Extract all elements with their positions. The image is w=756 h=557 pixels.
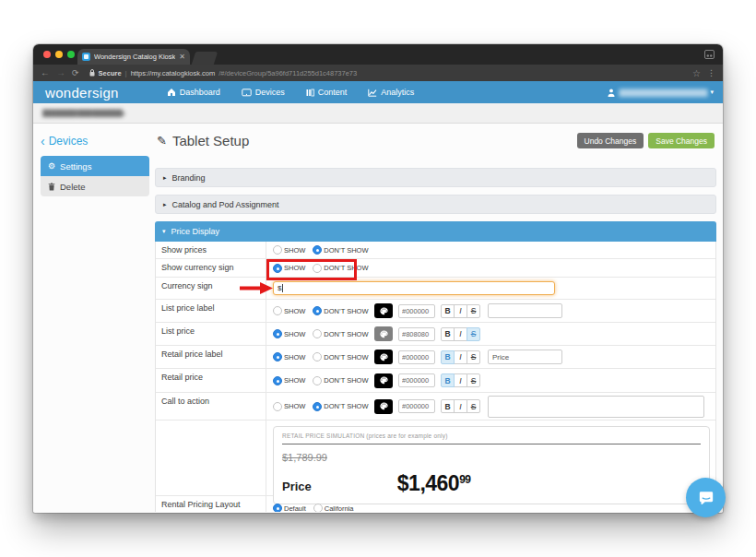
accordion-branding[interactable]: ▸ Branding	[155, 168, 716, 187]
radio-option-dont-show[interactable]: DON’T SHOW	[313, 245, 368, 255]
bold-button[interactable]: B	[441, 304, 455, 318]
simulation-retail-price: $1,46099	[397, 471, 471, 496]
color-swatch-button[interactable]	[374, 373, 393, 388]
secure-label: Secure	[99, 69, 122, 77]
main-menu: Dashboard Devices Content Analytics	[167, 88, 415, 97]
palette-icon	[379, 306, 389, 316]
radio-option-dont-show[interactable]: DON’T SHOW	[313, 352, 368, 361]
chat-launcher-button[interactable]	[686, 478, 726, 517]
italic-button[interactable]: I	[454, 304, 467, 318]
list-price-label-input[interactable]	[488, 303, 562, 318]
tab-close-icon[interactable]: ✕	[179, 53, 185, 61]
strike-button[interactable]: S	[467, 350, 480, 364]
accordion-price-display[interactable]: ▾ Price Display	[155, 221, 716, 242]
close-window-button[interactable]	[43, 51, 51, 58]
color-swatch-button[interactable]	[374, 350, 393, 364]
radio-icon[interactable]	[273, 504, 282, 512]
wondersign-logo[interactable]: wondersign	[45, 85, 119, 101]
radio-option-dont-show[interactable]: DON’T SHOW	[313, 402, 368, 411]
radio-icon[interactable]	[273, 402, 282, 411]
radio-icon[interactable]	[313, 402, 322, 411]
address-bar[interactable]: Secure | https://my.catalogkiosk.com /#/…	[89, 69, 686, 77]
radio-option-dont-show[interactable]: DON’T SHOW	[313, 376, 368, 385]
zoom-window-button[interactable]	[67, 51, 75, 58]
radio-icon[interactable]	[313, 329, 322, 338]
header-buttons: Undo Changes Save Changes	[577, 133, 715, 148]
color-swatch-button[interactable]	[374, 326, 393, 341]
nav-item-devices[interactable]: Devices	[242, 88, 285, 97]
strike-button[interactable]: S	[467, 327, 480, 341]
italic-button[interactable]: I	[454, 350, 467, 364]
radio-icon[interactable]	[273, 306, 282, 315]
radio-option-show[interactable]: SHOW	[273, 352, 305, 361]
save-changes-button[interactable]: Save Changes	[648, 133, 715, 148]
color-swatch-button[interactable]	[374, 399, 393, 414]
lock-icon	[89, 69, 95, 77]
radio-icon[interactable]	[273, 376, 282, 385]
hex-color-input[interactable]	[398, 373, 435, 387]
radio-icon[interactable]	[273, 329, 282, 338]
bold-button[interactable]: B	[441, 373, 455, 387]
strike-button[interactable]: S	[467, 373, 480, 387]
hex-color-input[interactable]	[398, 350, 435, 364]
italic-button[interactable]: I	[454, 327, 467, 341]
undo-changes-button[interactable]: Undo Changes	[577, 133, 644, 148]
hex-color-input[interactable]	[398, 304, 435, 318]
nav-item-analytics[interactable]: Analytics	[368, 88, 414, 97]
retail-price-label-input[interactable]	[488, 350, 562, 364]
currency-sign-input[interactable]: $	[273, 281, 555, 295]
radio-option-dont-show[interactable]: DON’T SHOW	[313, 329, 368, 338]
radio-icon[interactable]	[313, 306, 322, 315]
italic-button[interactable]: I	[454, 373, 467, 387]
radio-option-default[interactable]: Default	[273, 504, 306, 512]
color-swatch-button[interactable]	[374, 303, 393, 318]
reload-icon[interactable]: ⟳	[72, 68, 79, 77]
browser-urlbar: ← → ⟳ Secure | https://my.catalogkiosk.c…	[33, 65, 723, 81]
strike-button[interactable]: S	[467, 399, 480, 413]
breadcrumb-redacted[interactable]: ███ ██████ ████ ████████ ▸	[42, 110, 124, 117]
radio-option-dont-show[interactable]: DON’T SHOW	[313, 306, 368, 315]
new-tab-button[interactable]	[192, 52, 219, 65]
radio-icon[interactable]	[313, 504, 323, 512]
nav-item-content[interactable]: Content	[306, 88, 348, 97]
cast-icon[interactable]	[704, 50, 715, 59]
bookmark-star-icon[interactable]: ☆	[692, 68, 701, 78]
accordion-catalog-pod[interactable]: ▸ Catalog and Pod Assignment	[155, 195, 716, 214]
page-title-text: Tablet Setup	[172, 133, 249, 148]
form-row-retail-price-label: Retail price label SHOW DON’T SHOW	[156, 346, 715, 369]
nav-item-dashboard[interactable]: Dashboard	[167, 88, 220, 97]
account-menu[interactable]: ████████████████████████ ▾	[608, 89, 714, 97]
radio-icon[interactable]	[313, 352, 322, 361]
sidebar-item-settings[interactable]: ⚙ Settings	[41, 156, 149, 176]
strike-button[interactable]: S	[467, 304, 480, 318]
radio-option-show[interactable]: SHOW	[273, 329, 305, 338]
italic-button[interactable]: I	[454, 399, 467, 413]
browser-menu-icon[interactable]: ⋮	[707, 68, 715, 77]
radio-label: DON’T SHOW	[324, 330, 368, 338]
call-to-action-input[interactable]	[488, 396, 704, 418]
bold-button[interactable]: B	[441, 350, 455, 364]
bold-button[interactable]: B	[441, 327, 455, 341]
browser-tab[interactable]: Wondersign Catalog Kiosk ✕	[77, 49, 190, 65]
radio-option-show[interactable]: SHOW	[273, 376, 305, 385]
radio-icon[interactable]	[273, 352, 282, 361]
radio-option-california[interactable]: California	[313, 504, 354, 512]
forward-icon[interactable]: →	[56, 68, 65, 77]
hex-color-input[interactable]	[398, 399, 435, 413]
minimize-window-button[interactable]	[55, 51, 63, 58]
radio-option-show[interactable]: SHOW	[273, 306, 305, 315]
sidebar-item-delete[interactable]: Delete	[41, 176, 149, 196]
radio-icon[interactable]	[313, 245, 322, 255]
url-separator: |	[125, 69, 127, 77]
radio-option-show[interactable]: SHOW	[273, 402, 305, 411]
palette-icon	[379, 375, 389, 385]
back-to-devices-link[interactable]: ‹ Devices	[41, 135, 149, 148]
radio-icon[interactable]	[273, 245, 282, 255]
bold-button[interactable]: B	[441, 399, 455, 413]
radio-icon[interactable]	[313, 376, 322, 385]
radio-option-show[interactable]: SHOW	[273, 245, 305, 255]
hex-color-input[interactable]	[398, 327, 435, 341]
radio-label: DON’T SHOW	[324, 376, 368, 385]
back-icon[interactable]: ←	[41, 68, 50, 77]
tab-favicon-icon	[82, 53, 90, 61]
